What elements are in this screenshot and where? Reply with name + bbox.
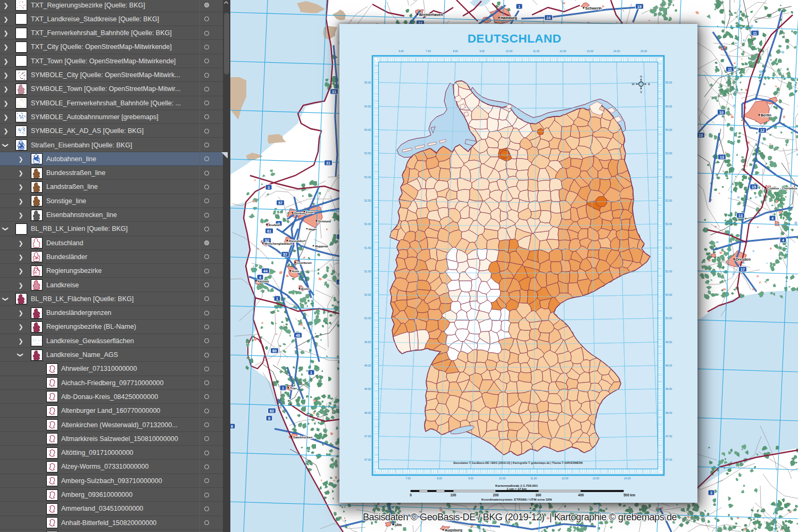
svg-text:13: 13 bbox=[738, 214, 743, 218]
svg-text:15.00: 15.00 bbox=[641, 49, 647, 53]
svg-text:54.00: 54.00 bbox=[666, 128, 672, 131]
svg-text:12.00: 12.00 bbox=[562, 477, 569, 480]
svg-text:12.00: 12.00 bbox=[560, 49, 567, 53]
svg-text:E: E bbox=[648, 82, 650, 86]
svg-text:3: 3 bbox=[268, 186, 270, 189]
svg-text:10.00: 10.00 bbox=[499, 477, 506, 480]
svg-text:8.00: 8.00 bbox=[437, 477, 442, 480]
svg-text:8.00: 8.00 bbox=[453, 49, 458, 53]
svg-text:100: 100 bbox=[451, 493, 456, 497]
svg-text:49.50: 49.50 bbox=[364, 340, 371, 344]
svg-text:48.50: 48.50 bbox=[666, 387, 672, 390]
svg-text:52.50: 52.50 bbox=[666, 199, 672, 202]
svg-text:55.00: 55.00 bbox=[364, 81, 371, 84]
svg-text:49.00: 49.00 bbox=[364, 364, 371, 367]
svg-text:61: 61 bbox=[267, 229, 271, 233]
svg-text:N: N bbox=[640, 75, 642, 78]
svg-text:9.00: 9.00 bbox=[468, 477, 473, 480]
svg-text:Berlin: Berlin bbox=[761, 113, 771, 117]
svg-text:Saarbrücken: Saarbrücken bbox=[293, 436, 313, 439]
svg-text:13.00: 13.00 bbox=[587, 49, 594, 53]
svg-text:Hamburg: Hamburg bbox=[501, 16, 517, 20]
svg-text:53.50: 53.50 bbox=[364, 152, 371, 155]
svg-text:48: 48 bbox=[296, 334, 300, 337]
svg-text:Hagen: Hagen bbox=[309, 228, 317, 231]
svg-text:Augsburg: Augsburg bbox=[445, 528, 462, 532]
svg-text:1: 1 bbox=[518, 5, 520, 9]
svg-text:400: 400 bbox=[578, 493, 584, 497]
svg-text:Trier: Trier bbox=[290, 387, 297, 390]
svg-text:11.00: 11.00 bbox=[530, 477, 537, 480]
svg-text:51.00: 51.00 bbox=[666, 270, 672, 273]
svg-text:4: 4 bbox=[771, 217, 774, 220]
svg-text:6: 6 bbox=[231, 425, 233, 428]
svg-text:52.00: 52.00 bbox=[364, 222, 371, 226]
svg-text:52.00: 52.00 bbox=[666, 222, 672, 226]
svg-text:W: W bbox=[631, 82, 635, 86]
svg-text:47.00: 47.00 bbox=[364, 458, 371, 461]
svg-text:Krefeld: Krefeld bbox=[269, 223, 280, 227]
svg-text:1 cm = 17 km: 1 cm = 17 km bbox=[506, 487, 527, 491]
svg-text:Ulm: Ulm bbox=[395, 523, 402, 527]
svg-text:47.50: 47.50 bbox=[666, 435, 672, 438]
svg-text:8: 8 bbox=[268, 417, 270, 420]
svg-text:DEUTSCHLAND: DEUTSCHLAND bbox=[468, 32, 562, 45]
svg-text:31: 31 bbox=[326, 161, 330, 165]
svg-text:44: 44 bbox=[263, 269, 268, 273]
svg-text:11.00: 11.00 bbox=[533, 49, 539, 53]
svg-text:10: 10 bbox=[699, 134, 703, 137]
svg-text:Bremerhaven: Bremerhaven bbox=[419, 13, 443, 16]
svg-text:57: 57 bbox=[283, 253, 287, 256]
svg-text:48.00: 48.00 bbox=[364, 411, 371, 414]
svg-text:51.00: 51.00 bbox=[364, 270, 371, 273]
svg-text:14.00: 14.00 bbox=[624, 477, 631, 480]
svg-text:51.50: 51.50 bbox=[666, 246, 672, 250]
svg-text:6.00: 6.00 bbox=[398, 49, 404, 53]
svg-text:10.00: 10.00 bbox=[506, 49, 513, 53]
svg-text:48.00: 48.00 bbox=[666, 411, 672, 414]
svg-text:19: 19 bbox=[637, 5, 642, 9]
svg-text:7.00: 7.00 bbox=[426, 49, 431, 53]
svg-text:53.50: 53.50 bbox=[666, 152, 672, 155]
svg-text:53.00: 53.00 bbox=[666, 176, 672, 179]
svg-text:47.00: 47.00 bbox=[666, 458, 672, 461]
svg-text:Dresden: Dresden bbox=[736, 257, 751, 261]
svg-text:53.00: 53.00 bbox=[364, 176, 371, 179]
svg-text:Koordinatensystem: ETRS89 / UT: Koordinatensystem: ETRS89 / UTM zone 32N bbox=[481, 497, 552, 501]
svg-text:500 km: 500 km bbox=[624, 493, 635, 497]
svg-text:62: 62 bbox=[270, 409, 274, 413]
svg-text:4: 4 bbox=[782, 238, 784, 242]
svg-text:13: 13 bbox=[720, 155, 724, 159]
svg-text:24: 24 bbox=[546, 16, 551, 20]
svg-text:0: 0 bbox=[410, 493, 412, 497]
svg-text:Bonn: Bonn bbox=[301, 287, 310, 290]
svg-text:54.50: 54.50 bbox=[364, 105, 371, 108]
svg-text:14.00: 14.00 bbox=[613, 49, 620, 53]
svg-text:15: 15 bbox=[752, 185, 756, 189]
svg-text:9.00: 9.00 bbox=[479, 49, 485, 53]
svg-text:48.50: 48.50 bbox=[364, 387, 371, 390]
svg-text:1: 1 bbox=[310, 371, 312, 375]
svg-text:60: 60 bbox=[272, 349, 277, 353]
svg-text:Dortmund: Dortmund bbox=[318, 220, 331, 223]
svg-text:10: 10 bbox=[719, 111, 724, 114]
svg-text:Aachen: Aachen bbox=[257, 280, 269, 283]
svg-text:Schwerin: Schwerin bbox=[585, 6, 602, 10]
svg-text:1: 1 bbox=[282, 386, 284, 390]
svg-text:17: 17 bbox=[741, 268, 745, 271]
svg-text:3: 3 bbox=[710, 491, 712, 495]
svg-text:55.00: 55.00 bbox=[666, 81, 672, 84]
svg-text:50.50: 50.50 bbox=[364, 293, 371, 296]
svg-text:54.50: 54.50 bbox=[666, 105, 672, 108]
svg-text:Cottbus - Chośebuz: Cottbus - Chośebuz bbox=[767, 187, 797, 190]
svg-text:Basisdaten © GeoBasis-DE / BKG: Basisdaten © GeoBasis-DE / BKG (2019-12)… bbox=[453, 461, 583, 464]
svg-text:Düsseldorf: Düsseldorf bbox=[289, 239, 306, 243]
svg-text:1: 1 bbox=[276, 297, 278, 301]
svg-text:50.50: 50.50 bbox=[666, 293, 672, 296]
svg-text:300: 300 bbox=[536, 493, 542, 497]
svg-text:31: 31 bbox=[332, 90, 336, 94]
svg-text:S: S bbox=[640, 90, 642, 94]
svg-text:11: 11 bbox=[728, 68, 732, 71]
svg-text:49.50: 49.50 bbox=[666, 340, 672, 344]
svg-text:50.00: 50.00 bbox=[666, 317, 672, 320]
